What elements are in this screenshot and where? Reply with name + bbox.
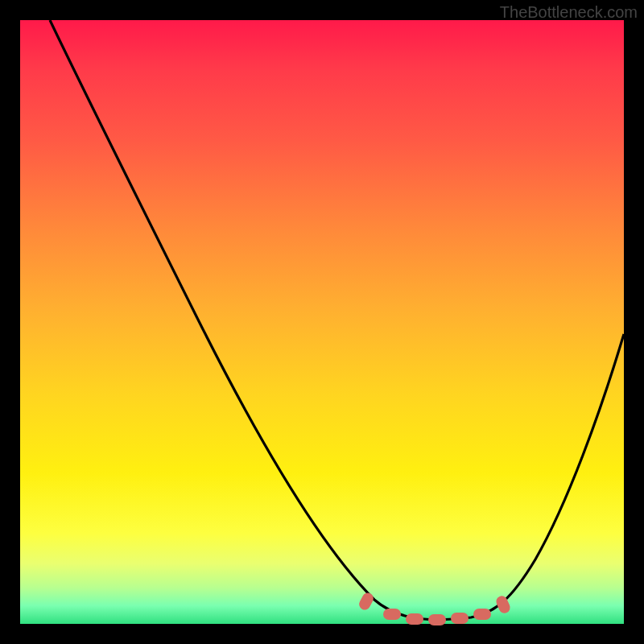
chart-plot-area — [20, 20, 624, 624]
range-marker-dot — [451, 613, 469, 624]
curve-path — [50, 20, 624, 620]
range-marker-dot — [383, 609, 401, 620]
range-marker-dot — [406, 613, 423, 625]
watermark-label: TheBottleneck.com — [500, 3, 638, 22]
bottleneck-curve — [20, 20, 624, 624]
range-marker-dot — [473, 609, 491, 620]
range-marker-dot — [428, 614, 446, 625]
